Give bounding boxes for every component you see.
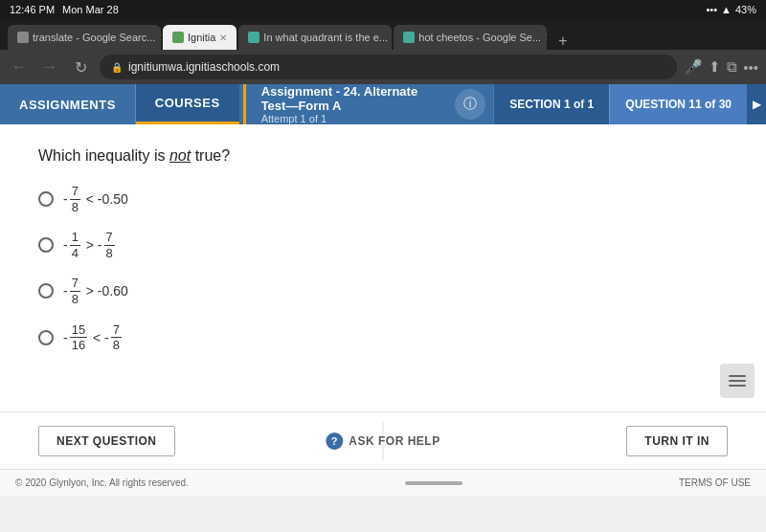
lock-icon: 🔒 (111, 62, 123, 73)
question-text-before: Which inequality is (38, 147, 166, 164)
ask-help-label: ASK FOR HELP (349, 434, 439, 448)
time: 12:46 PM (10, 4, 55, 15)
address-bar[interactable]: 🔒 ignitiumwa.ignitiaschools.com (100, 55, 677, 79)
tab-cheetos-close[interactable]: ✕ (545, 33, 547, 43)
app-nav-left: ASSIGNMENTS COURSES (0, 84, 239, 124)
bottom-bar: NEXT QUESTION ? ASK FOR HELP TURN IT IN (0, 411, 766, 469)
section-label: SECTION 1 of 1 (493, 84, 609, 124)
ask-for-help-button[interactable]: ? ASK FOR HELP (326, 432, 439, 450)
app-nav: ASSIGNMENTS COURSES Assignment - 24. Alt… (0, 84, 766, 124)
tab-translate-close[interactable]: ✕ (159, 33, 161, 43)
nav-more-btn[interactable]: ▶ (747, 84, 766, 124)
back-button[interactable]: ← (8, 58, 31, 76)
assignment-info: Assignment - 24. Alternate Test—Form A A… (243, 84, 456, 124)
footer-scroll (405, 481, 462, 485)
assignment-title-text: Assignment (261, 84, 332, 99)
question-label: QUESTION 11 of 30 (609, 84, 747, 124)
next-question-button[interactable]: NEXT QUESTION (38, 426, 175, 456)
tab-cheetos-label: hot cheetos - Google Se... (418, 32, 541, 43)
option-c[interactable]: - 7 8 > -0.60 (38, 276, 728, 306)
assignment-title: Assignment - 24. Alternate Test—Form A (261, 84, 440, 113)
wifi-icon: ▲ (721, 4, 732, 15)
forward-button[interactable]: → (38, 58, 61, 76)
assignment-attempt: Attempt 1 of 1 (261, 113, 440, 124)
microphone-button[interactable]: 🎤 (685, 58, 703, 76)
scroll-line-1 (729, 375, 746, 377)
tab-cheetos[interactable]: hot cheetos - Google Se... ✕ (394, 25, 547, 50)
terms-link[interactable]: TERMS OF USE (679, 477, 751, 488)
tab-bar: translate - Google Searc... ✕ Ignitia ✕ … (0, 19, 766, 50)
option-d-math: - 15 16 < - 7 8 (63, 322, 122, 353)
option-c-math: - 7 8 > -0.60 (63, 276, 128, 306)
cheetos-favicon (403, 32, 415, 43)
option-b-math: - 1 4 > - 7 8 (63, 230, 115, 260)
address-bar-row: ← → ↻ 🔒 ignitiumwa.ignitiaschools.com 🎤 … (0, 50, 766, 84)
tab-quadrant[interactable]: In what quadrant is the e... ✕ (238, 25, 392, 50)
scroll-icon[interactable] (720, 364, 755, 398)
radio-c[interactable] (38, 283, 54, 299)
bottom-center: ? ASK FOR HELP (326, 432, 439, 450)
radio-a[interactable] (38, 191, 54, 207)
tab-translate[interactable]: translate - Google Searc... ✕ (8, 25, 161, 50)
address-bar-actions: 🎤 ⬆ ⧉ ••• (685, 58, 758, 76)
option-a[interactable]: - 7 8 < -0.50 (38, 184, 728, 214)
option-a-math: - 7 8 < -0.50 (63, 184, 128, 214)
tab-ignitia-label: Ignitia (188, 32, 215, 43)
copyright-text: © 2020 Glynlyon, Inc. All rights reserve… (15, 477, 189, 488)
courses-label: COURSES (155, 96, 220, 110)
status-bar: 12:46 PM Mon Mar 28 ••• ▲ 43% (0, 0, 766, 19)
quadrant-favicon (248, 32, 259, 43)
url-text: ignitiumwa.ignitiaschools.com (128, 60, 280, 74)
status-left: 12:46 PM Mon Mar 28 (10, 4, 119, 15)
share-button[interactable]: ⬆ (709, 58, 721, 76)
footer: © 2020 Glynlyon, Inc. All rights reserve… (0, 469, 766, 496)
option-d[interactable]: - 15 16 < - 7 8 (38, 322, 728, 353)
bottom-right: TURN IT IN (626, 426, 728, 456)
dots-icon: ••• (707, 4, 718, 15)
options-list: - 7 8 < -0.50 - 1 4 > - 7 8 (38, 184, 728, 353)
tab-ignitia[interactable]: Ignitia ✕ (163, 25, 237, 50)
question-text-after: true? (195, 147, 230, 164)
info-button[interactable]: ⓘ (455, 89, 485, 120)
ignitia-favicon (172, 32, 184, 43)
reload-button[interactable]: ↻ (69, 58, 92, 77)
new-tab-button[interactable]: + (552, 33, 573, 50)
question-not-text: not (169, 147, 191, 164)
main-content: Which inequality is not true? - 7 8 < -0… (0, 124, 766, 411)
more-button[interactable]: ••• (743, 58, 758, 76)
help-icon: ? (326, 432, 343, 450)
translate-favicon (17, 32, 29, 43)
option-b[interactable]: - 1 4 > - 7 8 (38, 230, 728, 260)
date: Mon Mar 28 (62, 4, 119, 15)
tab-ignitia-close[interactable]: ✕ (219, 33, 227, 43)
radio-d[interactable] (38, 330, 54, 345)
new-window-button[interactable]: ⧉ (727, 58, 737, 76)
tab-quadrant-label: In what quadrant is the e... (263, 32, 388, 43)
assignments-label: ASSIGNMENTS (19, 98, 116, 112)
assignments-nav[interactable]: ASSIGNMENTS (0, 84, 135, 124)
battery: 43% (735, 4, 756, 15)
question-text: Which inequality is not true? (38, 147, 728, 165)
status-icons: ••• ▲ 43% (707, 4, 756, 15)
info-icon: ⓘ (463, 96, 477, 113)
tab-translate-label: translate - Google Searc... (33, 32, 155, 43)
scroll-line-2 (729, 380, 746, 382)
chevron-right-icon: ▶ (753, 98, 761, 111)
radio-b[interactable] (38, 237, 54, 253)
scroll-line-3 (729, 385, 746, 387)
courses-nav[interactable]: COURSES (136, 84, 239, 124)
turn-it-in-button[interactable]: TURN IT IN (626, 426, 728, 456)
